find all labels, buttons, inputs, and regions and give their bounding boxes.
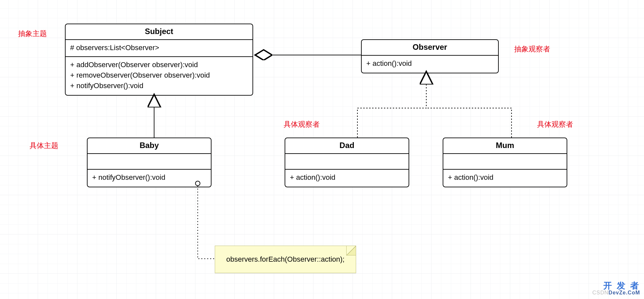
class-operations: + action():void — [285, 170, 409, 187]
op-row: + action():void — [448, 172, 562, 183]
op-row: + notifyObserver():void — [92, 172, 206, 183]
attr-row: # observers:List<Observer> — [70, 43, 248, 53]
label-concrete-observer-right: 具体观察者 — [537, 120, 573, 129]
class-subject: Subject # observers:List<Observer> + add… — [65, 24, 253, 96]
class-title: Subject — [66, 24, 252, 40]
op-row: + removeObserver(Observer observer):void — [70, 70, 248, 81]
class-title: Dad — [285, 138, 409, 154]
uml-note: observers.forEach(Observer::action); — [215, 246, 356, 273]
class-attributes — [443, 154, 567, 170]
class-dad: Dad + action():void — [285, 138, 409, 187]
class-title: Mum — [443, 138, 567, 154]
op-row: + notifyObserver():void — [70, 81, 248, 91]
note-text: observers.forEach(Observer::action); — [226, 255, 345, 263]
diagram-canvas: 抽象主题 具体主题 抽象观察者 具体观察者 具体观察者 Subject # ob… — [0, 0, 644, 299]
label-abstract-observer: 抽象观察者 — [514, 44, 550, 54]
class-mum: Mum + action():void — [443, 138, 567, 187]
class-title: Baby — [88, 138, 211, 154]
note-anchor-line — [198, 186, 215, 259]
class-title: Observer — [362, 40, 498, 56]
note-fold-icon — [346, 246, 356, 255]
class-operations: + addObserver(Observer observer):void + … — [66, 57, 252, 95]
label-concrete-observer-left: 具体观察者 — [284, 120, 320, 129]
class-baby: Baby + notifyObserver():void — [87, 138, 211, 187]
watermark-line2: CSDNDevZe.CoM — [593, 290, 640, 296]
op-row: + action():void — [290, 172, 404, 183]
class-observer: Observer + action():void — [361, 39, 499, 73]
relation-mum-implements-observer — [426, 108, 512, 138]
class-attributes — [285, 154, 409, 170]
op-row: + action():void — [366, 58, 493, 69]
watermark-line1: 开 发 者 — [593, 281, 640, 290]
op-row: + addObserver(Observer observer):void — [70, 60, 248, 70]
class-operations: + notifyObserver():void — [88, 170, 211, 187]
class-operations: + action():void — [362, 56, 498, 73]
watermark: 开 发 者 CSDNDevZe.CoM — [593, 281, 640, 296]
label-concrete-subject: 具体主题 — [30, 141, 58, 151]
class-operations: + action():void — [443, 170, 567, 187]
relation-dad-implements-observer — [357, 80, 426, 138]
class-attributes — [88, 154, 211, 170]
class-attributes: # observers:List<Observer> — [66, 40, 252, 57]
label-abstract-subject: 抽象主题 — [18, 29, 47, 39]
